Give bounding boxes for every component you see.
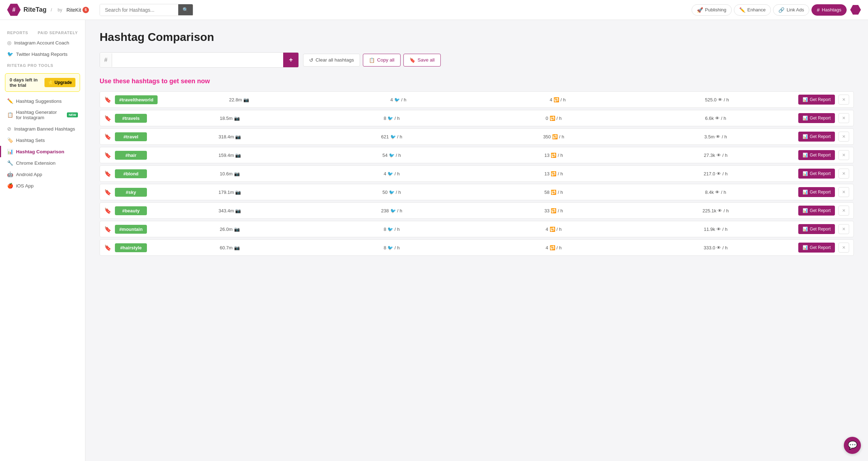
ios-icon: 🍎 xyxy=(7,183,13,189)
get-report-button[interactable]: 📊 Get Report xyxy=(798,95,835,105)
sidebar-item-twitter-hashtag[interactable]: 🐦 Twitter Hashtag Reports xyxy=(0,48,85,60)
banned-icon: ⊘ xyxy=(7,126,11,132)
chart-icon: 📊 xyxy=(803,227,808,232)
instagram-stat-icon: 📷 xyxy=(235,153,241,158)
tweets-stat: 621 🐦 / h xyxy=(312,134,471,139)
hashtag-text-input[interactable] xyxy=(112,54,284,67)
sidebar-item-android-app[interactable]: 🤖 Android App xyxy=(0,169,85,180)
get-report-button[interactable]: 📊 Get Report xyxy=(798,187,835,197)
search-button[interactable]: 🔍 xyxy=(178,4,193,15)
chart-icon: 📊 xyxy=(803,190,808,195)
hashtag-input-row: # + ↺ Clear all hashtags 📋 Copy all 🔖 Sa… xyxy=(100,52,854,68)
posts-stat: 159.4m 📷 xyxy=(150,153,309,158)
get-report-button[interactable]: 📊 Get Report xyxy=(798,150,835,160)
remove-hashtag-button[interactable]: ✕ xyxy=(838,150,849,160)
ritekit-logo: RiteKit 6 xyxy=(67,7,89,13)
hashtags-icon: # xyxy=(817,7,820,13)
hashtag-pill[interactable]: #beauty xyxy=(115,206,147,215)
hashtag-row: 🔖 #traveltheworld 22.8m 📷 4 🐦 / h 4 🔁 / … xyxy=(100,91,854,108)
upgrade-button[interactable]: ⭐ Upgrade xyxy=(44,78,75,87)
get-report-button[interactable]: 📊 Get Report xyxy=(798,169,835,179)
remove-hashtag-button[interactable]: ✕ xyxy=(838,113,849,123)
header: # RiteTag / by RiteKit 6 🔍 🚀 Publishing … xyxy=(0,0,868,20)
sidebar-item-hashtag-comparison[interactable]: 📊 Hashtag Comparison xyxy=(0,146,85,157)
sidebar-item-hashtag-sets[interactable]: 🏷️ Hashtag Sets xyxy=(0,134,85,146)
hashtag-pill[interactable]: #travel xyxy=(115,132,147,141)
chart-icon: 📊 xyxy=(803,116,808,121)
by-text: by xyxy=(58,7,62,12)
remove-hashtag-button[interactable]: ✕ xyxy=(838,224,849,234)
chart-icon: 📊 xyxy=(803,97,808,102)
instagram-stat-icon: 📷 xyxy=(235,208,241,213)
nav-tabs: 🚀 Publishing ✏️ Enhance 🔗 Link Ads # Has… xyxy=(692,4,847,16)
bookmark-icon[interactable]: 🔖 xyxy=(104,152,111,159)
bookmark-icon[interactable]: 🔖 xyxy=(104,133,111,140)
get-report-button[interactable]: 📊 Get Report xyxy=(798,224,835,234)
copy-all-button[interactable]: 📋 Copy all xyxy=(363,54,401,67)
instagram-stat-icon: 📷 xyxy=(234,245,240,250)
sidebar-item-instagram-coach[interactable]: ◎ Instagram Account Coach xyxy=(0,37,85,48)
comparison-icon: 📊 xyxy=(7,149,13,154)
add-hashtag-button[interactable]: + xyxy=(283,53,298,67)
get-report-button[interactable]: 📊 Get Report xyxy=(798,113,835,123)
sidebar-item-chrome-extension[interactable]: 🔧 Chrome Extension xyxy=(0,157,85,169)
get-report-button[interactable]: 📊 Get Report xyxy=(798,243,835,253)
tab-publishing[interactable]: 🚀 Publishing xyxy=(692,4,732,16)
tab-hashtags[interactable]: # Hashtags xyxy=(811,4,847,16)
sidebar-item-ios-app[interactable]: 🍎 iOS App xyxy=(0,180,85,191)
tweets-stat: 8 🐦 / h xyxy=(312,245,471,250)
tweets-stat: 8 🐦 / h xyxy=(312,116,471,121)
clear-icon: ↺ xyxy=(309,57,313,63)
views-stat: 525.0 👁 / h xyxy=(639,97,795,102)
remove-hashtag-button[interactable]: ✕ xyxy=(838,243,849,253)
remove-hashtag-button[interactable]: ✕ xyxy=(838,206,849,216)
bookmark-icon[interactable]: 🔖 xyxy=(104,170,111,177)
hashtag-pill[interactable]: #sky xyxy=(115,188,147,197)
enhance-icon: ✏️ xyxy=(739,7,745,13)
linkads-icon: 🔗 xyxy=(778,7,784,13)
save-all-button[interactable]: 🔖 Save all xyxy=(403,54,441,67)
clear-all-button[interactable]: ↺ Clear all hashtags xyxy=(303,54,360,67)
hashtag-pill[interactable]: #mountain xyxy=(115,225,147,234)
get-report-button[interactable]: 📊 Get Report xyxy=(798,132,835,142)
hashtag-row: 🔖 #beauty 343.4m 📷 238 🐦 / h 33 🔁 / h 22… xyxy=(100,202,854,219)
views-stat: 8.4k 👁 / h xyxy=(636,190,795,195)
layout: REPORTS PAID SEPARATELY ◎ Instagram Acco… xyxy=(0,0,868,461)
tab-linkads[interactable]: 🔗 Link Ads xyxy=(773,4,809,16)
search-input[interactable] xyxy=(100,4,178,16)
hashtag-pill[interactable]: #travels xyxy=(115,114,147,123)
sidebar-item-hashtag-suggestions[interactable]: ✏️ Hashtag Suggestions xyxy=(0,95,85,107)
tweets-stat: 54 🐦 / h xyxy=(312,153,471,158)
remove-hashtag-button[interactable]: ✕ xyxy=(838,95,849,105)
tab-enhance[interactable]: ✏️ Enhance xyxy=(734,4,771,16)
posts-stat: 18.5m 📷 xyxy=(150,116,309,121)
hashtag-pill[interactable]: #blond xyxy=(115,169,147,178)
get-report-button[interactable]: 📊 Get Report xyxy=(798,206,835,216)
trial-text: 0 days left in the trial xyxy=(10,77,42,88)
bookmark-icon[interactable]: 🔖 xyxy=(104,226,111,233)
bookmark-icon[interactable]: 🔖 xyxy=(104,96,111,103)
chat-bubble-button[interactable]: 💬 xyxy=(844,437,861,454)
tweets-stat: 4 🐦 / h xyxy=(321,97,476,102)
hashtag-pill[interactable]: #hair xyxy=(115,151,147,160)
sidebar-item-hashtag-generator[interactable]: 📋 Hashtag Generator for Instagram NEW xyxy=(0,107,85,123)
tweets-stat: 238 🐦 / h xyxy=(312,208,471,213)
hashtag-pill[interactable]: #hairstyle xyxy=(115,243,147,252)
hexagon-menu-icon[interactable] xyxy=(850,5,861,15)
bookmark-icon[interactable]: 🔖 xyxy=(104,207,111,214)
hashtag-pill[interactable]: #traveltheworld xyxy=(115,95,158,104)
retweets-stat: 0 🔁 / h xyxy=(475,116,633,121)
remove-hashtag-button[interactable]: ✕ xyxy=(838,187,849,197)
logo-name: RiteTag xyxy=(23,6,47,14)
bookmark-icon[interactable]: 🔖 xyxy=(104,189,111,196)
remove-hashtag-button[interactable]: ✕ xyxy=(838,132,849,142)
bookmark-icon[interactable]: 🔖 xyxy=(104,244,111,251)
remove-hashtag-button[interactable]: ✕ xyxy=(838,169,849,179)
sidebar-item-banned-hashtags[interactable]: ⊘ Instagram Banned Hashtags xyxy=(0,123,85,134)
main-content: Hashtag Comparison # + ↺ Clear all hasht… xyxy=(85,20,868,461)
chart-icon: 📊 xyxy=(803,208,808,213)
bookmark-icon[interactable]: 🔖 xyxy=(104,115,111,122)
chart-icon: 📊 xyxy=(803,153,808,158)
suggestions-icon: ✏️ xyxy=(7,98,13,104)
hashtag-row: 🔖 #sky 179.1m 📷 50 🐦 / h 58 🔁 / h 8.4k 👁… xyxy=(100,184,854,200)
